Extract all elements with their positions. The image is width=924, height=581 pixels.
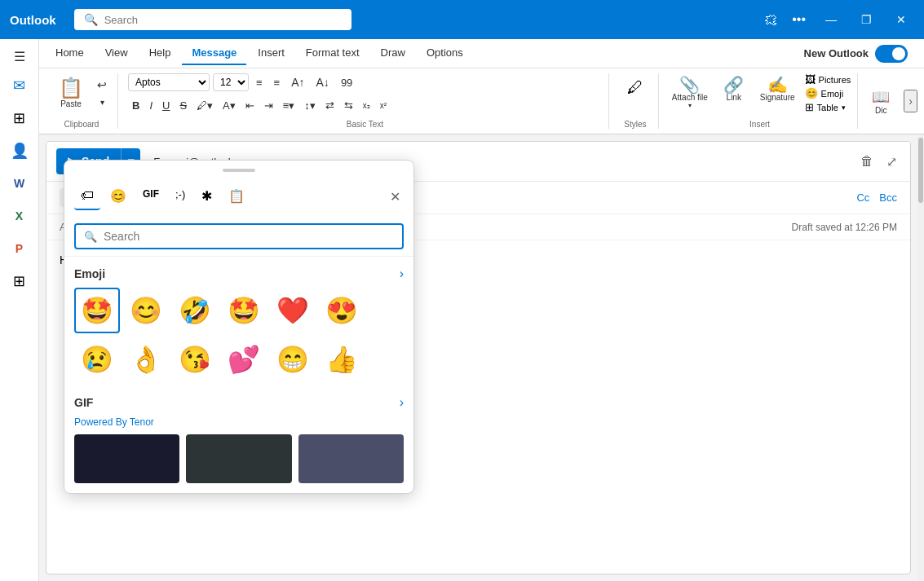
tab-insert[interactable]: Insert	[248, 42, 294, 65]
insert-group: 📎 Attach file ▾ 🔗 Link ✍ Signature	[662, 73, 858, 129]
ltr-rtl-button[interactable]: ⇄	[321, 97, 338, 114]
attach-file-button[interactable]: 📎 Attach file ▾	[669, 73, 711, 112]
gif-section-more-button[interactable]: ›	[400, 395, 404, 410]
format-group: Aptos 12 ≡ ≡ A↑ A↓ 99 B I U	[122, 73, 609, 129]
new-outlook-switch[interactable]	[875, 45, 908, 63]
signature-button[interactable]: ✍ Signature	[757, 73, 798, 105]
new-outlook-toggle: New Outlook	[794, 45, 917, 63]
emoji-item-8[interactable]: 😘	[172, 337, 218, 382]
increase-indent-button[interactable]: ⇥	[260, 97, 277, 114]
italic-button[interactable]: I	[145, 97, 157, 114]
tab-sticker[interactable]: 📋	[222, 183, 251, 210]
text-direction-button[interactable]: ⇆	[340, 97, 357, 114]
emoji-item-0[interactable]: 🤩	[74, 288, 120, 333]
sidebar-item-powerpoint[interactable]: P	[5, 234, 34, 263]
font-size-select[interactable]: 12	[213, 73, 249, 91]
emoji-item-6[interactable]: 😢	[74, 337, 120, 382]
emoji-item-11[interactable]: 👍	[319, 337, 365, 382]
superscript-button[interactable]: x²	[376, 99, 391, 112]
delete-draft-button[interactable]: 🗑	[857, 151, 877, 172]
gif-thumb-0[interactable]	[74, 434, 179, 483]
emoji-item-2[interactable]: 🤣	[172, 288, 218, 333]
strikethrough-button[interactable]: S	[175, 97, 191, 114]
emoji-section-more-button[interactable]: ›	[400, 266, 404, 281]
hamburger-menu[interactable]: ☰	[7, 46, 32, 68]
cc-button[interactable]: Cc	[856, 191, 869, 204]
tab-emoticon[interactable]: ;-)	[169, 183, 192, 210]
app-title: Outlook	[10, 13, 56, 27]
emoji-item-3[interactable]: 🤩	[221, 288, 267, 333]
tab-symbols[interactable]: ✱	[195, 183, 219, 210]
underline-button[interactable]: U	[158, 97, 174, 114]
emoji-item-4[interactable]: ❤️	[270, 288, 316, 333]
emoji-item-9[interactable]: 💕	[221, 337, 267, 382]
tab-message[interactable]: Message	[182, 42, 246, 65]
tab-format-text[interactable]: Format text	[296, 42, 369, 65]
close-button[interactable]: ✕	[888, 10, 914, 29]
spacing-button[interactable]: ↕▾	[300, 97, 320, 114]
table-button[interactable]: ⊞ Table ▾	[805, 101, 851, 113]
emoji-picker-close-button[interactable]: ✕	[387, 186, 404, 208]
tab-view[interactable]: View	[95, 42, 138, 65]
tab-options[interactable]: Options	[417, 42, 473, 65]
99-button[interactable]: 99	[337, 74, 356, 91]
list-unordered-button[interactable]: ≡	[252, 74, 267, 91]
emoji-button[interactable]: 😊 Emoji	[805, 87, 851, 99]
restore-button[interactable]: ❐	[853, 10, 880, 29]
scrollbar[interactable]	[917, 134, 924, 581]
font-grow-button[interactable]: A↑	[287, 73, 308, 91]
feedback-icon[interactable]: 🗯	[761, 9, 780, 30]
font-color-button[interactable]: A▾	[219, 97, 240, 114]
sidebar-item-mail[interactable]: ✉	[5, 71, 34, 100]
tab-help[interactable]: Help	[139, 42, 181, 65]
emoji-search-input[interactable]	[104, 230, 394, 243]
styles-button[interactable]: 🖊	[619, 73, 652, 102]
sidebar: ☰ ✉ ⊞ 👤 W X P ⊞	[0, 39, 39, 581]
tab-draw[interactable]: Draw	[371, 42, 415, 65]
gif-thumb-2[interactable]	[298, 434, 404, 483]
list-ordered-button[interactable]: ≡	[270, 74, 285, 91]
sidebar-item-people[interactable]: 👤	[5, 136, 34, 165]
font-shrink-button[interactable]: A↓	[312, 73, 334, 91]
ribbon-expand-button[interactable]: ›	[904, 90, 917, 112]
emoji-picker: 🏷 😊 GIF ;-) ✱ 📋 ✕ 🔍 Emoji › 🤩 😊 🤣 🤩 ❤️ 😍	[64, 160, 414, 494]
subscript-button[interactable]: x₂	[359, 99, 374, 112]
highlight-button[interactable]: 🖊▾	[192, 97, 217, 114]
sidebar-item-word[interactable]: W	[5, 169, 34, 198]
emoji-item-1[interactable]: 😊	[123, 288, 169, 333]
emoji-item-7[interactable]: 👌	[123, 337, 169, 382]
new-outlook-label: New Outlook	[804, 47, 869, 59]
bcc-button[interactable]: Bcc	[879, 191, 897, 204]
tab-home[interactable]: Home	[46, 42, 94, 65]
align-button[interactable]: ≡▾	[279, 97, 299, 114]
tab-favorites[interactable]: 🏷	[74, 183, 100, 210]
minimize-button[interactable]: —	[817, 10, 845, 29]
undo-dropdown-button[interactable]: ▾	[93, 95, 111, 109]
search-bar[interactable]: 🔍	[74, 9, 351, 30]
sidebar-item-apps[interactable]: ⊞	[5, 103, 34, 133]
tab-gif[interactable]: GIF	[136, 183, 166, 210]
undo-button[interactable]: ↩	[93, 76, 111, 94]
paste-button[interactable]: 📋 Paste	[52, 73, 90, 112]
sidebar-item-excel[interactable]: X	[5, 201, 34, 231]
tab-emoji[interactable]: 😊	[104, 183, 133, 210]
search-input[interactable]	[104, 14, 342, 26]
emoji-item-5[interactable]: 😍	[319, 288, 365, 333]
ribbon-content: 📋 Paste ↩ ▾ Clipboard Aptos	[39, 68, 924, 134]
more-actions-icon[interactable]: •••	[789, 9, 809, 30]
bold-button[interactable]: B	[128, 97, 144, 114]
scroll-thumb[interactable]	[918, 138, 923, 203]
drag-handle[interactable]	[64, 161, 413, 180]
sidebar-item-grid[interactable]: ⊞	[5, 266, 34, 296]
link-button[interactable]: 🔗 Link	[718, 73, 750, 105]
pictures-button[interactable]: 🖼 Pictures	[805, 73, 851, 86]
decrease-indent-button[interactable]: ⇤	[241, 97, 259, 114]
emoji-item-10[interactable]: 😁	[270, 337, 316, 382]
handle-bar	[223, 169, 255, 172]
gif-section-header: GIF ›	[74, 395, 404, 410]
dic-button[interactable]: 📖 Dic	[864, 85, 897, 118]
pop-out-button[interactable]: ⤢	[883, 151, 900, 173]
ribbon: Home View Help Message Insert Format tex…	[39, 39, 924, 134]
gif-thumb-1[interactable]	[186, 434, 291, 483]
font-family-select[interactable]: Aptos	[128, 73, 210, 91]
